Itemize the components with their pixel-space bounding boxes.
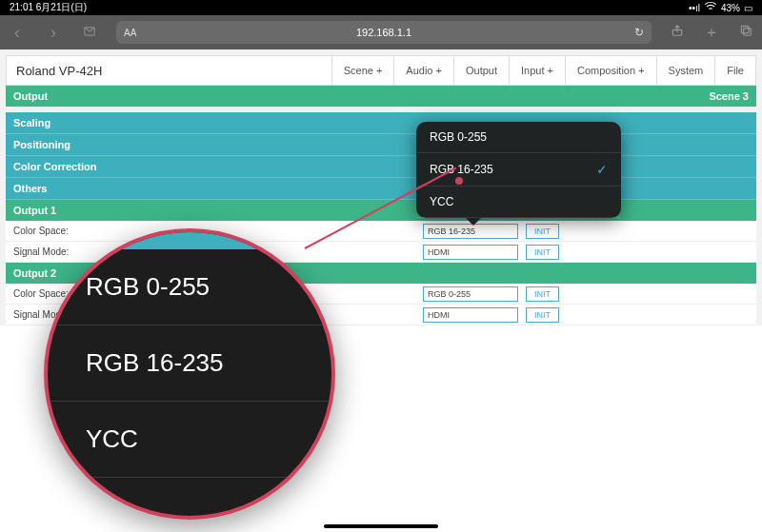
check-icon: ✓ bbox=[596, 162, 608, 177]
output1-signalmode-select[interactable]: HDMI bbox=[423, 245, 518, 260]
mag-item: YCC bbox=[48, 402, 331, 478]
popover-option-label: YCC bbox=[430, 195, 453, 208]
init-button[interactable]: INIT bbox=[526, 245, 559, 260]
battery-pct: 43% bbox=[721, 3, 740, 13]
wifi-icon bbox=[704, 0, 717, 15]
magnifier-anchor-dot bbox=[455, 177, 463, 185]
text-size-button[interactable]: AA bbox=[124, 28, 136, 38]
app-title: Roland VP-42H bbox=[7, 64, 331, 78]
popover-arrow bbox=[466, 218, 481, 226]
tab-file[interactable]: File bbox=[714, 56, 755, 85]
popover-option-ycc[interactable]: YCC bbox=[416, 187, 621, 218]
popover-option-label: RGB 16-235 bbox=[430, 163, 493, 176]
status-bar: 21:01 6月21日(日) ••ıl 43% ▭ bbox=[0, 0, 762, 15]
output1-header[interactable]: Output 1 bbox=[6, 200, 756, 221]
status-left: 21:01 6月21日(日) bbox=[10, 1, 87, 14]
popover-option-rgb0255[interactable]: RGB 0-255 bbox=[416, 122, 621, 153]
app-header: Roland VP-42H Scene + Audio + Output Inp… bbox=[6, 55, 756, 86]
tab-composition[interactable]: Composition + bbox=[565, 56, 656, 85]
new-tab-button[interactable]: ＋ bbox=[703, 23, 720, 43]
share-button[interactable] bbox=[669, 24, 686, 41]
status-right: ••ıl 43% ▭ bbox=[689, 0, 752, 15]
section-header: Output Scene 3 bbox=[6, 86, 756, 107]
init-button[interactable]: INIT bbox=[526, 307, 559, 323]
forward-button[interactable]: › bbox=[44, 23, 63, 43]
tabs-button[interactable] bbox=[737, 24, 754, 41]
popover-option-rgb16235[interactable]: RGB 16-235 ✓ bbox=[416, 153, 621, 187]
tab-input[interactable]: Input + bbox=[509, 56, 565, 85]
cat-others[interactable]: Others bbox=[6, 178, 756, 200]
mag-item: RGB 16-235 bbox=[48, 325, 331, 402]
battery-icon: ▭ bbox=[744, 3, 752, 13]
output2-colorspace-select[interactable]: RGB 0-255 bbox=[423, 286, 518, 302]
colorspace-popover: RGB 0-255 RGB 16-235 ✓ YCC bbox=[416, 122, 621, 218]
reload-button[interactable]: ↻ bbox=[634, 26, 644, 39]
browser-toolbar: ‹ › AA 192.168.1.1 ↻ ＋ bbox=[0, 15, 762, 49]
magnifier-lens: RGB 0-255 RGB 16-235 YCC bbox=[44, 228, 335, 520]
tab-system[interactable]: System bbox=[656, 56, 715, 85]
tab-audio[interactable]: Audio + bbox=[393, 56, 453, 85]
cat-color-correction[interactable]: Color Correction bbox=[6, 156, 756, 178]
output1-colorspace-row: Color Space: RGB 16-235 INIT bbox=[6, 221, 756, 242]
signal-icon: ••ıl bbox=[689, 3, 700, 13]
cat-scaling[interactable]: Scaling bbox=[6, 112, 756, 134]
magnifier-leader-line bbox=[305, 247, 307, 248]
cat-positioning[interactable]: Positioning bbox=[6, 134, 756, 156]
url-text: 192.168.1.1 bbox=[356, 27, 411, 38]
svg-rect-3 bbox=[744, 29, 752, 36]
svg-rect-2 bbox=[741, 26, 749, 33]
address-bar[interactable]: AA 192.168.1.1 ↻ bbox=[116, 21, 652, 44]
section-title: Output bbox=[13, 90, 48, 102]
home-indicator[interactable] bbox=[324, 524, 438, 528]
init-button[interactable]: INIT bbox=[526, 286, 559, 302]
tab-output[interactable]: Output bbox=[453, 56, 509, 85]
output2-signalmode-select[interactable]: HDMI bbox=[423, 307, 518, 323]
tab-scene[interactable]: Scene + bbox=[331, 56, 394, 85]
scene-label: Scene 3 bbox=[709, 90, 749, 102]
init-button[interactable]: INIT bbox=[526, 224, 559, 239]
bookmarks-button[interactable] bbox=[80, 23, 99, 43]
popover-option-label: RGB 0-255 bbox=[430, 130, 487, 144]
back-button[interactable]: ‹ bbox=[8, 23, 27, 43]
